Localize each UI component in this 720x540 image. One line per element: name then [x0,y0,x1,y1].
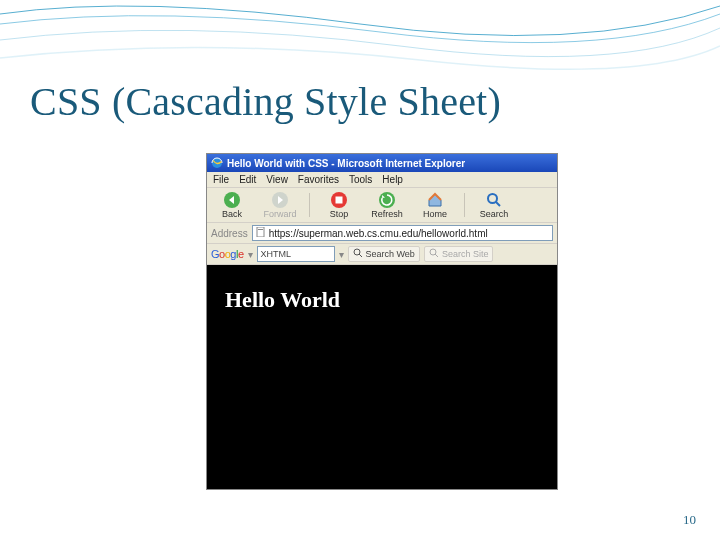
google-search-input[interactable]: XHTML [257,246,335,262]
svg-rect-9 [258,229,263,230]
svg-point-6 [488,194,497,203]
google-toolbar: Google ▾ XHTML ▾ Search Web Search Site [207,244,557,265]
svg-rect-8 [257,227,264,237]
ie-icon [211,157,223,169]
menu-bar: File Edit View Favorites Tools Help [207,172,557,188]
back-label: Back [222,209,242,219]
toolbar-separator [309,193,310,217]
address-input[interactable]: https://superman.web.cs.cmu.edu/hellowor… [252,225,553,241]
menu-help[interactable]: Help [382,174,403,185]
toolbar-separator [464,193,465,217]
stop-icon [330,191,348,209]
google-query: XHTML [261,249,292,259]
svg-line-7 [496,202,500,206]
menu-view[interactable]: View [266,174,288,185]
svg-rect-4 [336,197,343,204]
svg-line-13 [435,254,438,257]
search-button[interactable]: Search [475,191,513,219]
menu-edit[interactable]: Edit [239,174,256,185]
slide: CSS (Cascading Style Sheet) Hello World … [0,0,720,540]
address-label: Address [211,228,248,239]
forward-button[interactable]: Forward [261,191,299,219]
page-content: Hello World [207,265,557,489]
svg-line-11 [359,254,362,257]
back-icon [223,191,241,209]
address-url: https://superman.web.cs.cmu.edu/hellowor… [269,228,488,239]
menu-favorites[interactable]: Favorites [298,174,339,185]
browser-window: Hello World with CSS - Microsoft Interne… [206,153,558,490]
search-web-label: Search Web [366,249,415,259]
search-site-label: Search Site [442,249,489,259]
google-logo: Google [211,248,244,260]
back-button[interactable]: Back [213,191,251,219]
search-web-icon [353,248,363,260]
home-button[interactable]: Home [416,191,454,219]
page-heading: Hello World [225,287,539,313]
forward-label: Forward [263,209,296,219]
stop-label: Stop [330,209,349,219]
page-icon [256,227,266,239]
refresh-label: Refresh [371,209,403,219]
slide-number: 10 [683,512,696,528]
menu-file[interactable]: File [213,174,229,185]
search-site-icon [429,248,439,260]
search-label: Search [480,209,509,219]
forward-icon [271,191,289,209]
decorative-lines [0,0,720,80]
stop-button[interactable]: Stop [320,191,358,219]
address-bar: Address https://superman.web.cs.cmu.edu/… [207,223,557,244]
browser-titlebar: Hello World with CSS - Microsoft Interne… [207,154,557,172]
menu-tools[interactable]: Tools [349,174,372,185]
search-icon [485,191,503,209]
refresh-icon [378,191,396,209]
search-site-button[interactable]: Search Site [424,246,494,262]
search-web-button[interactable]: Search Web [348,246,420,262]
toolbar: Back Forward Stop Refresh Home [207,188,557,223]
window-title: Hello World with CSS - Microsoft Interne… [227,158,465,169]
home-label: Home [423,209,447,219]
home-icon [426,191,444,209]
refresh-button[interactable]: Refresh [368,191,406,219]
slide-title: CSS (Cascading Style Sheet) [30,78,501,125]
